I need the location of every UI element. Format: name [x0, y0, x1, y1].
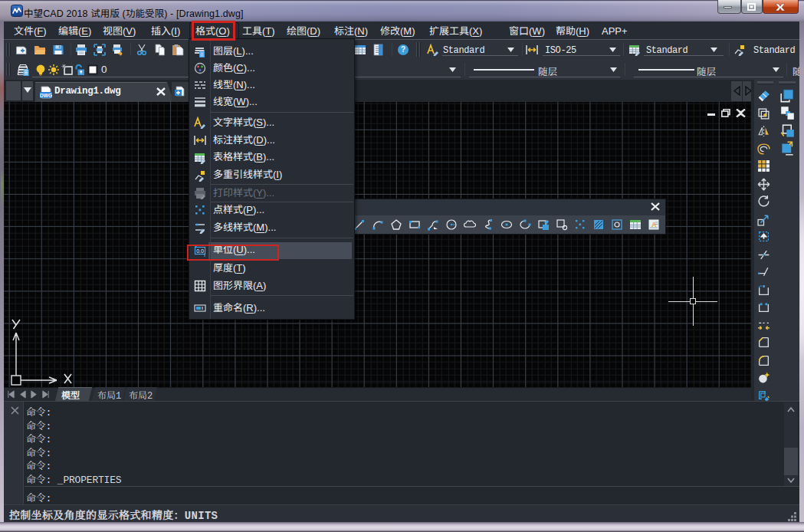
svg-text:DWG: DWG — [40, 93, 52, 98]
svg-text:?: ? — [401, 45, 405, 54]
